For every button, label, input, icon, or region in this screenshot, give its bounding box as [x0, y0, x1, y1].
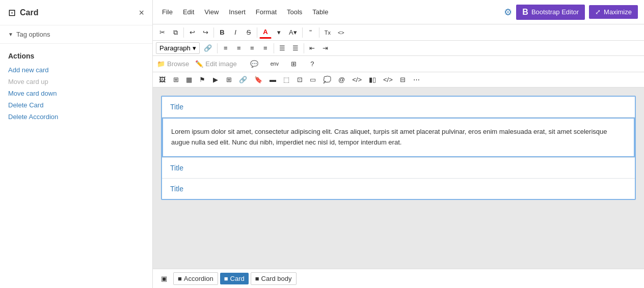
close-button[interactable]: ×: [139, 8, 144, 17]
card-1-body[interactable]: Lorem ipsum dolor sit amet, consectetur …: [162, 118, 635, 157]
separator-1: [183, 27, 184, 38]
card-1-body-text: Lorem ipsum dolor sit amet, consectetur …: [171, 127, 626, 148]
box-button[interactable]: ⬚: [280, 74, 292, 85]
bottom-tag-card-body[interactable]: ■ Card body: [251, 272, 297, 285]
delete-accordion-link[interactable]: Delete Accordion: [8, 113, 144, 121]
section-button[interactable]: ▮▯: [366, 74, 379, 85]
at-button[interactable]: @: [335, 74, 348, 85]
add-new-card-link[interactable]: Add new card: [8, 66, 144, 74]
separator-4: [302, 27, 303, 38]
cut-button[interactable]: ✂: [156, 26, 168, 38]
video-button[interactable]: ▶: [209, 74, 222, 85]
settings-button[interactable]: ⚙: [504, 7, 512, 18]
align-center-button[interactable]: ≡: [233, 42, 245, 54]
tag-options-row[interactable]: ▼ Tag options: [0, 25, 152, 44]
menu-tools[interactable]: Tools: [284, 6, 305, 18]
ordered-list-button[interactable]: ☰: [289, 42, 302, 54]
align-left-button[interactable]: ≡: [220, 42, 232, 54]
menu-edit[interactable]: Edit: [180, 6, 197, 18]
paragraph-select[interactable]: Paragraph ▾: [156, 42, 200, 54]
bottom-tag-accordion[interactable]: ■ Accordion: [173, 272, 218, 285]
edit-image-label: Edit image: [205, 60, 236, 68]
align-justify-button[interactable]: ≡: [259, 42, 272, 54]
table-icon-button[interactable]: ⊞: [170, 74, 182, 85]
widget-button[interactable]: ▬: [266, 74, 279, 85]
font-color-dropdown[interactable]: ▾: [273, 26, 285, 38]
blocks-button[interactable]: ⊟: [397, 74, 409, 85]
maximize-icon: ⤢: [595, 8, 601, 16]
link-button[interactable]: 🔗: [201, 42, 215, 54]
menu-table[interactable]: Table: [309, 6, 331, 18]
menu-insert[interactable]: Insert: [226, 6, 249, 18]
edit-image-icon: ✏️: [195, 60, 203, 68]
separator-7: [274, 43, 274, 53]
topbar-right: ⚙ B Bootstrap Editor ⤢ Maximize: [504, 5, 638, 20]
browse-item: 📁 Browse: [157, 60, 189, 68]
help-button[interactable]: ?: [306, 58, 318, 70]
bubble-button[interactable]: 💭: [320, 74, 334, 85]
delete-card-link[interactable]: Delete Card: [8, 101, 144, 109]
bootstrap-editor-button[interactable]: B Bootstrap Editor: [516, 5, 585, 20]
indent-button[interactable]: ⇥: [319, 42, 332, 54]
sidebar: ⊡ Card × ▼ Tag options Actions Add new c…: [0, 0, 153, 288]
maximize-button[interactable]: ⤢ Maximize: [589, 5, 638, 19]
comment-button[interactable]: 💬: [247, 58, 261, 70]
move-card-up-link: Move card up: [8, 78, 144, 85]
media-button[interactable]: ⊡: [293, 74, 306, 85]
highlight-button[interactable]: A▾: [286, 26, 300, 38]
unordered-list-button[interactable]: ☰: [276, 42, 288, 54]
code2-button[interactable]: </>: [349, 74, 365, 85]
bootstrap-editor-label: Bootstrap Editor: [531, 8, 579, 16]
blockquote-button[interactable]: ": [305, 26, 317, 38]
redo-button[interactable]: ↪: [199, 26, 211, 38]
actions-title: Actions: [8, 52, 144, 60]
card-2: Title: [162, 157, 635, 178]
align-right-button[interactable]: ≡: [246, 42, 258, 54]
card-1-header: Title: [162, 97, 635, 118]
html-button[interactable]: </>: [380, 74, 396, 85]
move-card-down-link[interactable]: Move card down: [8, 90, 144, 97]
menu-view[interactable]: View: [201, 6, 222, 18]
browse-row: 📁 Browse ✏️ Edit image 💬 env ⊞ ?: [153, 56, 644, 72]
undo-button[interactable]: ↩: [186, 26, 198, 38]
maximize-label: Maximize: [604, 8, 632, 16]
editor-topbar: File Edit View Insert Format Tools Table…: [153, 0, 644, 24]
breadcrumb-icon: ▣: [161, 275, 167, 282]
font-color-button[interactable]: A: [259, 26, 272, 39]
grid-button[interactable]: ▦: [183, 74, 195, 85]
card-bottom-label: Card: [230, 275, 245, 282]
separator-2: [213, 27, 214, 38]
card-body-icon: ■: [255, 275, 259, 282]
link2-button[interactable]: 🔗: [236, 74, 250, 85]
accordion-container: Title Lorem ipsum dolor sit amet, consec…: [161, 96, 636, 200]
bookmark-button[interactable]: 🔖: [251, 74, 265, 85]
more-button[interactable]: ⋯: [410, 74, 423, 85]
separator-3: [257, 27, 257, 38]
image-insert-button[interactable]: 🖼: [156, 74, 169, 85]
env-button[interactable]: env: [267, 59, 282, 69]
card-3-title: Title: [170, 185, 183, 193]
copy-button[interactable]: ⧉: [169, 26, 181, 39]
bootstrap-icon: B: [522, 8, 528, 17]
bottom-tag-breadcrumb[interactable]: ▣: [157, 273, 171, 284]
italic-button[interactable]: I: [229, 26, 242, 38]
clear-format-button[interactable]: Tx: [321, 27, 334, 38]
bottom-tag-card[interactable]: ■ Card: [220, 273, 249, 284]
flag-button[interactable]: ⚑: [196, 74, 208, 85]
source-code-button[interactable]: <>: [335, 27, 347, 38]
editor-panel: File Edit View Insert Format Tools Table…: [153, 0, 644, 288]
outdent-button[interactable]: ⇤: [306, 42, 318, 54]
card-3: Title: [162, 178, 635, 199]
card-1-title: Title: [170, 103, 183, 111]
menu-file[interactable]: File: [159, 6, 176, 18]
template-button[interactable]: ⊞: [288, 58, 300, 70]
card-body-label: Card body: [261, 275, 292, 282]
menu-format[interactable]: Format: [253, 6, 280, 18]
bold-button[interactable]: B: [216, 26, 228, 38]
chevron-down-icon: ▼: [8, 32, 13, 37]
sidebar-header: ⊡ Card ×: [0, 0, 152, 25]
layout-button[interactable]: ▭: [307, 74, 319, 85]
editor-content[interactable]: Title Lorem ipsum dolor sit amet, consec…: [153, 88, 644, 269]
table2-button[interactable]: ⊞: [223, 74, 235, 85]
strikethrough-button[interactable]: S: [243, 26, 255, 38]
